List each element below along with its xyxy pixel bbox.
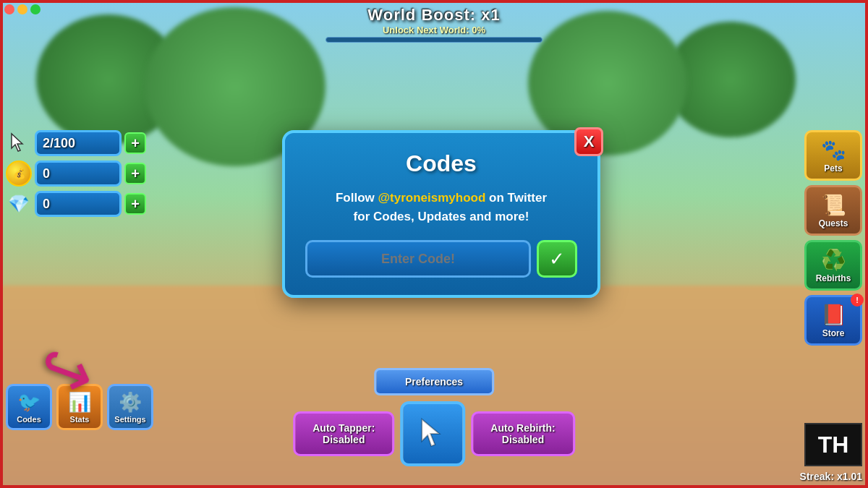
gems-plus-button[interactable]: +: [124, 193, 146, 215]
store-button[interactable]: 📕 Store !: [804, 295, 862, 346]
level-plus-button[interactable]: +: [124, 132, 146, 154]
level-stat-row: 2/100 +: [6, 130, 146, 156]
close-window-btn[interactable]: [4, 4, 14, 14]
rebirths-btn-wrapper: ♻️ Rebirths: [804, 240, 862, 291]
code-input[interactable]: [305, 240, 531, 278]
minimize-window-btn[interactable]: [17, 4, 27, 14]
quests-btn-wrapper: 📜 Quests: [804, 185, 862, 236]
codes-modal: X Codes Follow @tyroneismyhood on Twitte…: [282, 130, 600, 298]
code-input-row: ✓: [305, 240, 577, 278]
modal-close-button[interactable]: X: [574, 127, 603, 156]
bottom-buttons-row: Auto Tapper:Disabled Auto Rebirth:Disabl…: [293, 401, 575, 466]
auto-tapper-label: Auto Tapper:Disabled: [312, 422, 375, 445]
right-sidebar: 🐾 Pets 📜 Quests ♻️ Rebirths 📕 Store !: [804, 130, 862, 346]
level-value: 2/100: [43, 136, 75, 151]
store-btn-wrapper: 📕 Store !: [804, 295, 862, 346]
gem-icon: 💎: [6, 191, 32, 217]
store-button-label: Store: [822, 328, 845, 338]
svg-marker-1: [422, 419, 439, 446]
coins-plus-button[interactable]: +: [124, 163, 146, 184]
coins-bar: 0: [35, 160, 122, 187]
coins-value: 0: [43, 166, 50, 181]
submit-code-button[interactable]: ✓: [537, 240, 577, 278]
auto-rebirth-button[interactable]: Auto Rebirth:Disabled: [471, 411, 574, 456]
cursor-icon: [6, 130, 32, 156]
settings-button-label: Settings: [114, 415, 145, 424]
settings-button[interactable]: ⚙️ Settings: [107, 384, 153, 430]
svg-marker-0: [12, 134, 22, 151]
stats-button-label: Stats: [70, 415, 90, 424]
pets-btn-wrapper: 🐾 Pets: [804, 130, 862, 181]
window-controls: [4, 4, 41, 14]
th-logo: TH: [804, 423, 862, 466]
level-bar: 2/100: [35, 130, 122, 156]
coins-stat-row: 💰 0 +: [6, 160, 146, 187]
streak-display: Streak: x1.01: [800, 471, 862, 482]
checkmark-icon: ✓: [549, 248, 565, 270]
boost-progress-bar: [326, 37, 542, 43]
auto-rebirth-label: Auto Rebirth:Disabled: [490, 422, 555, 445]
preferences-button[interactable]: Preferences: [374, 368, 494, 395]
pets-button[interactable]: 🐾 Pets: [804, 130, 862, 181]
scroll-icon: 📜: [821, 193, 846, 217]
pets-button-label: Pets: [824, 163, 842, 174]
twitter-handle: @tyroneismyhood: [378, 191, 486, 205]
quests-button-label: Quests: [819, 218, 848, 228]
maximize-window-btn[interactable]: [30, 4, 41, 14]
modal-title: Codes: [305, 150, 577, 177]
streak-value: Streak: x1.01: [800, 471, 862, 482]
rebirths-button[interactable]: ♻️ Rebirths: [804, 240, 862, 291]
gems-bar: 0: [35, 191, 122, 217]
hand-cursor-icon: [414, 416, 451, 452]
world-boost-subtitle: Unlock Next World: 0%: [326, 25, 542, 35]
left-sidebar: 2/100 + 💰 0 + 💎 0 +: [6, 130, 146, 217]
paw-icon: 🐾: [821, 138, 846, 162]
book-icon: 📕: [821, 303, 846, 327]
coin-icon: 💰: [6, 160, 32, 187]
auto-tapper-button[interactable]: Auto Tapper:Disabled: [293, 411, 394, 456]
store-notification-badge: !: [851, 294, 864, 307]
center-tap-button[interactable]: [400, 401, 465, 466]
rebirths-button-label: Rebirths: [816, 273, 851, 283]
gems-value: 0: [43, 197, 50, 212]
th-logo-text: TH: [818, 432, 849, 458]
follow-text-1: Follow: [336, 191, 378, 205]
codes-button-label: Codes: [17, 415, 41, 424]
recycle-icon: ♻️: [821, 248, 846, 272]
world-boost-bar: World Boost: x1 Unlock Next World: 0%: [326, 6, 542, 43]
follow-text-3: for Codes, Updates and more!: [354, 210, 529, 223]
bottom-center-area: Preferences Auto Tapper:Disabled Auto Re…: [293, 368, 575, 466]
modal-follow-text: Follow @tyroneismyhood on Twitter for Co…: [305, 189, 577, 226]
gems-stat-row: 💎 0 +: [6, 191, 146, 217]
gear-icon: ⚙️: [119, 391, 142, 414]
follow-text-2: on Twitter: [485, 191, 547, 205]
quests-button[interactable]: 📜 Quests: [804, 185, 862, 236]
world-boost-title: World Boost: x1: [326, 6, 542, 25]
